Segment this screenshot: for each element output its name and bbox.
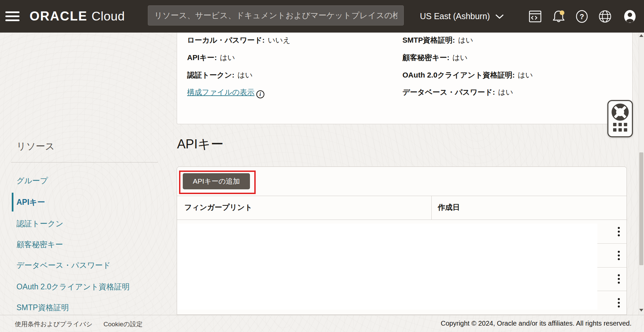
detail-api-keys: APIキー:はい — [187, 53, 235, 63]
scrollbar-up-arrow-icon[interactable] — [639, 34, 643, 37]
column-header-fingerprint: フィンガープリント — [184, 202, 252, 212]
notification-badge — [560, 10, 564, 15]
detail-value: はい — [453, 53, 468, 62]
footer-bar: 使用条件およびプライバシ Cookieの設定 Copyright © 2024,… — [0, 315, 644, 332]
add-api-key-button[interactable]: APIキーの追加 — [183, 173, 250, 189]
detail-value: はい — [220, 53, 235, 62]
floating-help-widget — [607, 100, 633, 137]
logo-oracle-text: ORACLE — [30, 9, 87, 23]
sidebar-item-auth-tokens[interactable]: 認証トークン — [16, 219, 63, 229]
footer-link-cookie-settings[interactable]: Cookieの設定 — [103, 320, 143, 329]
user-capabilities-card: ローカル・パスワード:いいえ APIキー:はい 認証トークン:はい 構成ファイル… — [177, 33, 633, 124]
table-row — [597, 268, 627, 291]
detail-label: APIキー: — [187, 53, 217, 62]
detail-label: OAuth 2.0クライアント資格証明: — [402, 71, 515, 79]
table-row — [597, 291, 627, 315]
column-header-created: 作成日 — [438, 202, 460, 212]
cloud-shell-icon[interactable] — [527, 9, 543, 24]
column-divider — [431, 196, 432, 220]
notifications-bell-icon[interactable] — [551, 9, 566, 24]
active-item-indicator-bar — [12, 193, 13, 211]
footer-copyright: Copyright © 2024, Oracle and/or its affi… — [441, 320, 632, 327]
empty-table-body — [177, 224, 597, 310]
sidebar-item-api-keys[interactable]: APIキー — [16, 197, 45, 207]
top-header-bar: ORACLE Cloud US East (Ashburn) — [0, 0, 644, 33]
detail-label: ローカル・パスワード: — [187, 36, 265, 44]
svg-text:?: ? — [579, 12, 584, 21]
sidebar-item-database-passwords[interactable]: データベース・パスワード — [16, 260, 111, 271]
detail-value: いいえ — [268, 36, 291, 44]
logo-cloud-text: Cloud — [91, 9, 125, 23]
sidebar-title-resources: リソース — [16, 140, 55, 153]
info-icon[interactable]: i — [256, 90, 264, 98]
kebab-menu-icon[interactable] — [616, 272, 622, 286]
detail-label: SMTP資格証明: — [402, 36, 455, 44]
page-title-api-keys: APIキー — [177, 136, 223, 153]
detail-label: 認証トークン: — [187, 71, 234, 79]
language-globe-icon[interactable] — [597, 9, 613, 24]
footer-link-terms-privacy[interactable]: 使用条件およびプライバシ — [15, 320, 93, 329]
detail-auth-tokens: 認証トークン:はい — [187, 70, 253, 80]
vertical-scrollbar-thumb[interactable] — [639, 152, 643, 265]
oracle-cloud-logo[interactable]: ORACLE Cloud — [30, 0, 125, 33]
detail-smtp-credentials: SMTP資格証明:はい — [402, 35, 473, 45]
table-header-divider — [177, 220, 627, 220]
table-row — [597, 244, 627, 268]
detail-local-password: ローカル・パスワード:いいえ — [187, 35, 290, 45]
detail-value: はい — [518, 71, 533, 79]
kebab-menu-icon[interactable] — [616, 225, 622, 238]
detail-oauth-credentials: OAuth 2.0クライアント資格証明:はい — [402, 70, 533, 80]
view-configuration-file-link[interactable]: 構成ファイルの表示 — [187, 88, 255, 96]
sidebar-item-oauth-client-credentials[interactable]: OAuth 2.0クライアント資格証明 — [16, 282, 130, 292]
row-actions-column — [597, 220, 627, 315]
kebab-menu-icon[interactable] — [616, 249, 622, 262]
profile-avatar-icon[interactable] — [622, 9, 638, 24]
sidebar-item-smtp-credentials[interactable]: SMTP資格証明 — [16, 302, 69, 313]
sidebar-divider — [11, 162, 158, 162]
table-row — [597, 220, 627, 244]
detail-value: はい — [238, 71, 253, 79]
detail-customer-secret-keys: 顧客秘密キー:はい — [402, 53, 468, 63]
sidebar-item-customer-secret-keys[interactable]: 顧客秘密キー — [16, 239, 63, 250]
sidebar-item-groups[interactable]: グループ — [16, 176, 48, 186]
help-lifering-icon[interactable] — [611, 102, 630, 122]
apps-grid-icon[interactable] — [613, 123, 627, 132]
detail-config-file-row: 構成ファイルの表示i — [187, 87, 264, 98]
detail-database-password: データベース・パスワード:はい — [402, 87, 513, 97]
detail-label: データベース・パスワード: — [402, 88, 495, 96]
oracle-cloud-console: ORACLE Cloud US East (Ashburn) — [0, 0, 644, 332]
chevron-down-icon — [495, 14, 504, 19]
api-keys-panel: APIキーの追加 フィンガープリント 作成日 — [177, 167, 627, 315]
toolbar-divider — [177, 196, 627, 196]
hamburger-menu-icon[interactable] — [5, 11, 20, 21]
kebab-menu-icon[interactable] — [616, 296, 622, 310]
scrollbar-down-arrow-icon[interactable] — [639, 309, 643, 312]
detail-value: はい — [498, 88, 513, 96]
search-input[interactable] — [148, 5, 404, 26]
detail-label: 顧客秘密キー: — [402, 53, 449, 62]
detail-value: はい — [458, 36, 473, 44]
help-icon[interactable]: ? — [574, 9, 590, 24]
region-label: US East (Ashburn) — [420, 11, 490, 21]
region-selector[interactable]: US East (Ashburn) — [420, 0, 504, 33]
